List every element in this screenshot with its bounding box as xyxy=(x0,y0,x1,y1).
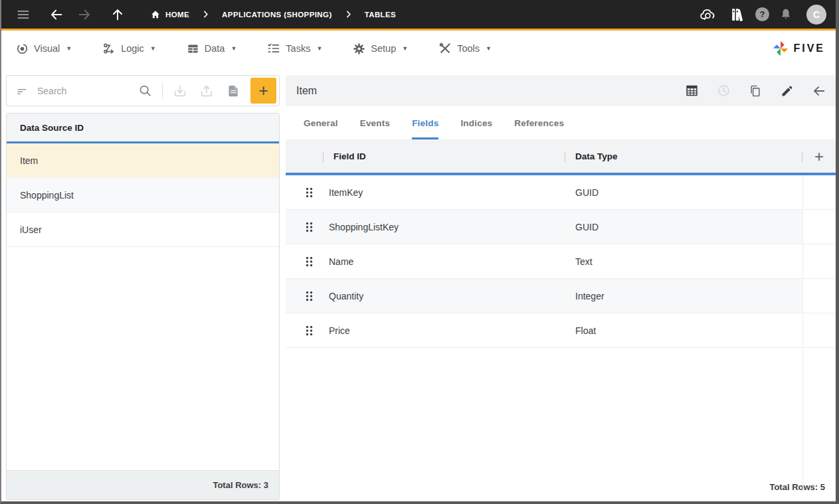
tab-references[interactable]: References xyxy=(514,106,564,139)
detail-header: Item xyxy=(286,75,836,106)
breadcrumb-home-label: HOME xyxy=(165,11,189,19)
field-row-shoppinglistkey[interactable]: ShoppingListKey GUID xyxy=(286,210,836,244)
row-action-cell xyxy=(802,175,836,210)
data-type-cell: GUID xyxy=(575,222,599,232)
datasource-search-toolbar: Search + xyxy=(6,75,280,106)
field-id-cell: Name xyxy=(329,256,353,267)
cloud-search-icon[interactable] xyxy=(698,5,718,25)
main-menu-bar: Visual ▼ Logic ▼ Data ▼ Tasks ▼ xyxy=(1,33,836,64)
table-view-icon[interactable] xyxy=(684,84,699,98)
data-type-cell: Text xyxy=(575,256,593,267)
list-item-item[interactable]: Item xyxy=(7,143,279,178)
detail-title: Item xyxy=(296,85,317,97)
menu-tasks-label: Tasks xyxy=(286,43,310,54)
tasks-checklist-icon xyxy=(267,42,280,55)
tab-general[interactable]: General xyxy=(304,106,338,139)
datasource-list-header-label: Data Source ID xyxy=(20,123,84,133)
fields-total-rows: Total Rows: 5 xyxy=(286,472,836,501)
drag-handle-icon[interactable] xyxy=(306,256,313,267)
help-icon[interactable]: ? xyxy=(755,7,769,21)
home-icon xyxy=(150,9,161,20)
search-input[interactable]: Search xyxy=(37,86,66,96)
column-header-data-type[interactable]: Data Type xyxy=(575,140,618,173)
menu-data[interactable]: Data ▼ xyxy=(187,42,237,55)
drag-handle-icon[interactable] xyxy=(306,222,313,232)
add-field-button[interactable]: + xyxy=(802,140,836,173)
datasource-list-header[interactable]: Data Source ID xyxy=(7,114,279,143)
breadcrumb-home[interactable]: HOME xyxy=(150,9,189,20)
field-id-cell: ShoppingListKey xyxy=(329,222,399,232)
chevron-right-icon xyxy=(201,10,210,19)
collapse-panel-arrow-icon[interactable] xyxy=(812,84,826,98)
row-action-cell xyxy=(802,244,836,279)
chevron-right-icon xyxy=(344,10,353,19)
menu-logic[interactable]: Logic ▼ xyxy=(102,42,156,55)
column-divider xyxy=(565,153,565,163)
export-icon xyxy=(197,81,217,101)
tab-indices[interactable]: Indices xyxy=(460,106,492,139)
list-item-label: iUser xyxy=(20,224,42,235)
caret-down-icon: ▼ xyxy=(66,45,72,52)
menu-logic-label: Logic xyxy=(121,43,144,54)
topbar-right-icons: ? C xyxy=(698,5,826,25)
menu-visual[interactable]: Visual ▼ xyxy=(16,42,72,55)
five-pinwheel-icon xyxy=(772,40,789,57)
drag-handle-icon[interactable] xyxy=(306,325,313,336)
caret-down-icon: ▼ xyxy=(316,45,322,52)
search-icon[interactable] xyxy=(135,81,155,101)
library-books-icon[interactable] xyxy=(727,5,747,25)
field-row-quantity[interactable]: Quantity Integer xyxy=(286,279,836,313)
avatar-initial: C xyxy=(813,9,820,20)
tab-fields[interactable]: Fields xyxy=(412,106,438,139)
menu-data-label: Data xyxy=(205,43,225,54)
visual-eye-icon xyxy=(16,42,29,55)
hamburger-menu-icon[interactable] xyxy=(13,5,33,25)
breadcrumb-applications-label: APPLICATIONS (SHOPPING) xyxy=(222,11,332,19)
list-item-iuser[interactable]: iUser xyxy=(7,212,279,247)
import-icon xyxy=(170,81,190,101)
five-brand-logo: FIVE xyxy=(772,40,825,57)
filter-icon[interactable] xyxy=(16,85,28,97)
back-arrow-icon[interactable] xyxy=(47,5,66,25)
notifications-bell-icon[interactable] xyxy=(776,5,796,25)
data-type-cell: Integer xyxy=(575,291,605,301)
menu-tools[interactable]: Tools ▼ xyxy=(438,42,492,55)
list-item-shoppinglist[interactable]: ShoppingList xyxy=(7,178,279,212)
row-action-cell xyxy=(802,279,836,313)
breadcrumb-applications[interactable]: APPLICATIONS (SHOPPING) xyxy=(222,11,332,19)
menu-setup[interactable]: Setup ▼ xyxy=(353,42,408,55)
list-item-label: Item xyxy=(20,155,38,166)
edit-pencil-icon[interactable] xyxy=(780,84,794,98)
column-divider xyxy=(323,153,324,163)
field-row-price[interactable]: Price Float xyxy=(286,313,836,348)
breadcrumb-tables[interactable]: TABLES xyxy=(365,11,397,19)
caret-down-icon: ▼ xyxy=(231,45,236,52)
tools-wrench-icon xyxy=(438,42,452,55)
copy-document-icon[interactable] xyxy=(223,81,243,101)
drag-handle-icon[interactable] xyxy=(306,291,313,301)
field-id-cell: Quantity xyxy=(329,291,363,301)
user-avatar[interactable]: C xyxy=(806,5,826,25)
menu-tasks[interactable]: Tasks ▼ xyxy=(267,42,322,55)
up-arrow-icon[interactable] xyxy=(108,5,128,25)
row-action-cell xyxy=(802,313,836,348)
add-datasource-button[interactable]: + xyxy=(250,78,276,104)
menu-visual-label: Visual xyxy=(34,43,60,54)
copy-icon[interactable] xyxy=(748,84,763,98)
fields-table-empty-area xyxy=(286,348,836,472)
breadcrumb-tables-label: TABLES xyxy=(365,11,397,19)
data-table-icon xyxy=(187,42,199,55)
menu-setup-label: Setup xyxy=(371,43,396,54)
datasource-total-rows: Total Rows: 3 xyxy=(7,470,279,499)
tab-events[interactable]: Events xyxy=(360,106,390,139)
drag-handle-icon[interactable] xyxy=(306,187,313,198)
fields-table-header: Field ID Data Type + xyxy=(286,140,836,175)
row-action-cell xyxy=(802,210,836,244)
forward-arrow-icon[interactable] xyxy=(74,5,94,25)
app-window: HOME APPLICATIONS (SHOPPING) TABLES xyxy=(0,0,839,504)
toolbar-divider xyxy=(162,83,163,99)
field-row-itemkey[interactable]: ItemKey GUID xyxy=(286,175,836,210)
setup-gear-icon xyxy=(353,42,365,55)
column-header-field-id[interactable]: Field ID xyxy=(333,140,366,173)
field-row-name[interactable]: Name Text xyxy=(286,244,836,279)
